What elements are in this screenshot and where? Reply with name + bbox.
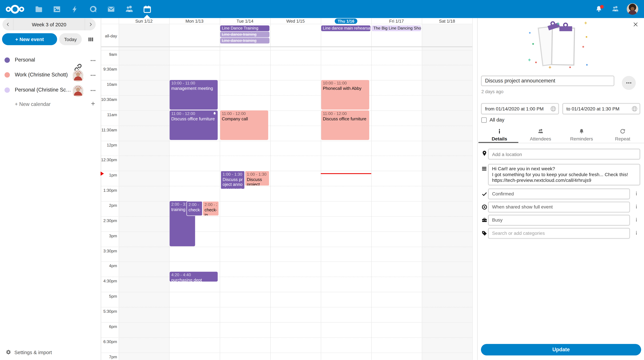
event-time: 11:00 - 12:00 xyxy=(171,111,216,116)
contacts-menu-button[interactable] xyxy=(610,0,621,18)
update-button[interactable]: Update xyxy=(481,344,641,356)
tab-details[interactable]: Details xyxy=(479,127,520,143)
current-time-line xyxy=(321,173,371,174)
weekend-shading xyxy=(119,24,169,360)
calendar-event[interactable]: 2:00 - 2:30check-in xyxy=(186,201,202,216)
all-day-checkbox[interactable] xyxy=(481,117,487,123)
calendar-event[interactable]: 10:00 - 11:00Phonecall with Abby xyxy=(321,80,369,110)
calendar-more-button[interactable] xyxy=(90,57,96,64)
calendar-event[interactable]: 1:00 - 1:30Discuss project announcement xyxy=(220,171,245,189)
contacts-icon xyxy=(124,5,133,13)
calendar-icon xyxy=(143,5,151,13)
calendar-item[interactable]: Work (Christine Schott) xyxy=(0,69,100,82)
grid-line xyxy=(101,186,472,186)
shared-avatar[interactable] xyxy=(72,85,83,95)
previous-week-button[interactable] xyxy=(2,18,13,30)
categories-input[interactable]: Search or add categories xyxy=(488,228,630,239)
calendar-event[interactable]: 11:00 - 12:00Company call xyxy=(220,110,268,140)
nextcloud-logo-icon[interactable] xyxy=(0,0,30,18)
info-icon[interactable] xyxy=(634,191,639,196)
allday-event[interactable]: Line Dance Training xyxy=(220,25,270,31)
calendar-more-button[interactable] xyxy=(90,87,96,93)
column-border xyxy=(472,18,472,360)
topbar-actions xyxy=(591,0,644,18)
app-mail[interactable] xyxy=(106,0,116,18)
info-icon xyxy=(496,129,502,134)
calendar-event[interactable]: 11:00 - 12:00Discuss office furniture xyxy=(321,110,369,140)
new-event-button[interactable]: + New event xyxy=(2,33,57,45)
tab-attendees[interactable]: Attendees xyxy=(520,127,561,143)
new-calendar-button[interactable]: + New calendar xyxy=(0,99,100,110)
event-actions-button[interactable] xyxy=(622,76,636,90)
calendar-item[interactable]: Personal xyxy=(0,54,100,67)
calendar-event[interactable]: 4:20 - 4:40purchasing dept xyxy=(170,272,218,282)
week-label[interactable]: Week 3 of 2020 xyxy=(13,18,85,30)
bell-icon xyxy=(579,129,584,134)
app-talk[interactable] xyxy=(88,0,98,18)
allday-event[interactable]: Line dance training xyxy=(220,32,270,37)
start-datetime-input[interactable] xyxy=(481,103,559,115)
settings-import-button[interactable]: Settings & import xyxy=(0,347,100,358)
view-toggle-icon[interactable] xyxy=(87,36,94,43)
grid-line xyxy=(101,216,472,217)
allday-event[interactable]: Line dance main rehearsal xyxy=(321,25,370,31)
event-time: 11:00 - 12:00 xyxy=(323,111,368,116)
time-axis-label: 9:30am xyxy=(100,67,117,71)
info-icon[interactable] xyxy=(634,217,639,223)
allday-event[interactable]: Line dance training xyxy=(220,38,270,43)
talk-icon xyxy=(88,5,97,13)
chevron-left-icon xyxy=(5,22,10,27)
description-textarea[interactable]: Hi Carl! are you in next week? I got som… xyxy=(488,164,640,186)
chevron-right-icon xyxy=(88,22,93,27)
info-icon[interactable] xyxy=(634,204,639,209)
owner-avatar xyxy=(72,75,83,82)
plus-icon xyxy=(90,101,96,107)
time-axis-label: 11:30am xyxy=(100,128,117,132)
next-week-button[interactable] xyxy=(85,18,96,30)
calendar-color-dot xyxy=(4,87,10,92)
today-button[interactable]: Today xyxy=(59,33,82,45)
calendar-event[interactable]: 11:00 - 12:00Discuss office furniture xyxy=(170,110,218,140)
allday-event[interactable]: The Big Line Dancing Show xyxy=(372,25,421,31)
calendar-more-button[interactable] xyxy=(90,72,96,79)
location-input[interactable] xyxy=(488,149,640,160)
event-title: check-in xyxy=(188,207,200,212)
calendar-item[interactable]: Personal (Christine Schott) xyxy=(0,83,100,96)
settings-label: Settings & import xyxy=(14,350,52,356)
share-link-button[interactable] xyxy=(72,55,83,66)
event-title-input[interactable] xyxy=(481,76,614,86)
shared-avatar[interactable] xyxy=(72,70,83,81)
time-axis-label: 7pm xyxy=(100,355,117,359)
grid-line xyxy=(101,80,472,80)
time-axis-label: 11am xyxy=(100,112,117,117)
files-icon xyxy=(34,5,43,13)
tag-icon xyxy=(481,230,488,237)
column-border xyxy=(220,18,220,360)
detail-select[interactable]: Busy xyxy=(488,215,630,226)
calendar-event[interactable]: 2:00 - 2:30check-in xyxy=(202,201,219,216)
close-icon[interactable] xyxy=(632,21,639,27)
timezone-globe-icon[interactable] xyxy=(550,105,556,112)
app-photos[interactable] xyxy=(52,0,62,18)
app-contacts[interactable] xyxy=(124,0,134,18)
app-calendar[interactable] xyxy=(142,0,152,18)
tab-repeat[interactable]: Repeat xyxy=(602,127,643,143)
grid-line xyxy=(101,95,472,95)
detail-select[interactable]: Confirmed xyxy=(488,188,630,199)
app-files[interactable] xyxy=(34,0,44,18)
weekend-shading xyxy=(422,24,472,360)
calendar-event[interactable]: 1:00 - 1:30Discuss project xyxy=(245,171,270,186)
notifications-button[interactable] xyxy=(594,0,604,18)
info-icon[interactable] xyxy=(634,230,639,236)
user-avatar[interactable] xyxy=(627,3,638,15)
detail-select[interactable]: When shared show full event xyxy=(488,201,630,213)
timezone-globe-icon[interactable] xyxy=(631,105,638,112)
detail-row: Busy xyxy=(478,215,644,228)
app-activity[interactable] xyxy=(70,0,80,18)
end-datetime-input[interactable] xyxy=(562,103,640,115)
time-axis-label: 5:30pm xyxy=(100,309,117,314)
event-title: management meeting xyxy=(171,86,216,91)
tab-reminders[interactable]: Reminders xyxy=(561,127,602,143)
calendar-event[interactable]: 10:00 - 11:00management meeting xyxy=(170,80,218,110)
photos-icon xyxy=(52,5,61,13)
